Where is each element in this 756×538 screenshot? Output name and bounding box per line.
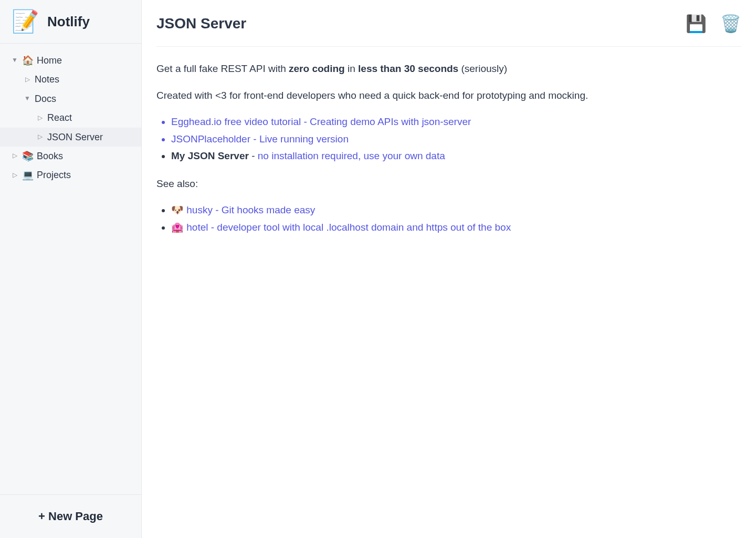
- tree-item-docs[interactable]: ▼Docs: [0, 89, 141, 108]
- links-list-2: 🐶 husky - Git hooks made easy🏩 hotel - d…: [171, 203, 671, 235]
- notepad-icon: 📝: [12, 11, 39, 33]
- chevron-right-icon[interactable]: ▷: [23, 74, 32, 86]
- see-also-label: See also:: [156, 177, 671, 192]
- content-link[interactable]: hotel - developer tool with local .local…: [186, 222, 511, 233]
- chevron-right-icon[interactable]: ▷: [10, 170, 19, 181]
- emoji-icon: 🏩: [171, 222, 186, 233]
- chevron-right-icon[interactable]: ▷: [36, 131, 44, 143]
- list-item: 🐶 husky - Git hooks made easy: [171, 203, 671, 218]
- header-actions: 💾 🗑️: [686, 14, 741, 34]
- tree-item-label: Home: [37, 52, 62, 69]
- tree-item-notes[interactable]: ▷Notes: [0, 70, 141, 89]
- new-page-button[interactable]: + New Page: [0, 494, 141, 538]
- chevron-down-icon[interactable]: ▼: [23, 93, 32, 105]
- page-header: JSON Server 💾 🗑️: [156, 14, 741, 47]
- list-item: JSONPlaceholder - Live running version: [171, 132, 671, 147]
- list-item: 🏩 hotel - developer tool with local .loc…: [171, 220, 671, 235]
- tree-item-label: Notes: [35, 71, 59, 88]
- tree-item-label: React: [47, 109, 72, 126]
- page-content: Get a full fake REST API with zero codin…: [156, 47, 671, 247]
- brand-name: Notlify: [47, 14, 90, 30]
- chevron-right-icon[interactable]: ▷: [10, 150, 19, 162]
- page-title: JSON Server: [156, 15, 246, 32]
- tree-item-label: JSON Server: [47, 129, 103, 146]
- links-list-1: Egghead.io free video tutorial - Creatin…: [171, 115, 671, 164]
- intro-paragraph: Get a full fake REST API with zero codin…: [156, 61, 671, 77]
- content-link[interactable]: husky - Git hooks made easy: [186, 204, 315, 215]
- content-link[interactable]: no installation required, use your own d…: [258, 150, 445, 161]
- home-emoji-icon: 🏠: [22, 52, 34, 69]
- tree-item-json-server[interactable]: ▷JSON Server: [0, 128, 141, 147]
- tree-item-projects[interactable]: ▷💻Projects: [0, 165, 141, 184]
- trash-icon[interactable]: 🗑️: [720, 14, 741, 34]
- save-icon[interactable]: 💾: [686, 14, 707, 34]
- brand[interactable]: 📝 Notlify: [0, 0, 141, 44]
- tree-item-react[interactable]: ▷React: [0, 108, 141, 127]
- tree-item-books[interactable]: ▷📚Books: [0, 147, 141, 165]
- list-item: Egghead.io free video tutorial - Creatin…: [171, 115, 671, 130]
- emoji-icon: 🐶: [171, 204, 186, 215]
- content-link[interactable]: Egghead.io free video tutorial - Creatin…: [171, 116, 471, 127]
- page-tree: ▼🏠Home▷Notes▼Docs▷React▷JSON Server▷📚Boo…: [0, 44, 141, 494]
- tree-item-label: Projects: [37, 167, 71, 183]
- sidebar: 📝 Notlify ▼🏠Home▷Notes▼Docs▷React▷JSON S…: [0, 0, 142, 538]
- created-with-paragraph: Created with <3 for front-end developers…: [156, 88, 671, 104]
- tree-item-home[interactable]: ▼🏠Home: [0, 51, 141, 70]
- content-link[interactable]: JSONPlaceholder - Live running version: [171, 133, 349, 144]
- tree-item-label: Docs: [35, 90, 56, 107]
- list-item: My JSON Server - no installation require…: [171, 149, 671, 164]
- chevron-right-icon[interactable]: ▷: [36, 112, 44, 124]
- tree-item-label: Books: [37, 148, 63, 164]
- chevron-down-icon[interactable]: ▼: [10, 55, 19, 66]
- books-emoji-icon: 📚: [22, 148, 34, 164]
- projects-emoji-icon: 💻: [22, 167, 34, 183]
- main: JSON Server 💾 🗑️ Get a full fake REST AP…: [142, 0, 756, 538]
